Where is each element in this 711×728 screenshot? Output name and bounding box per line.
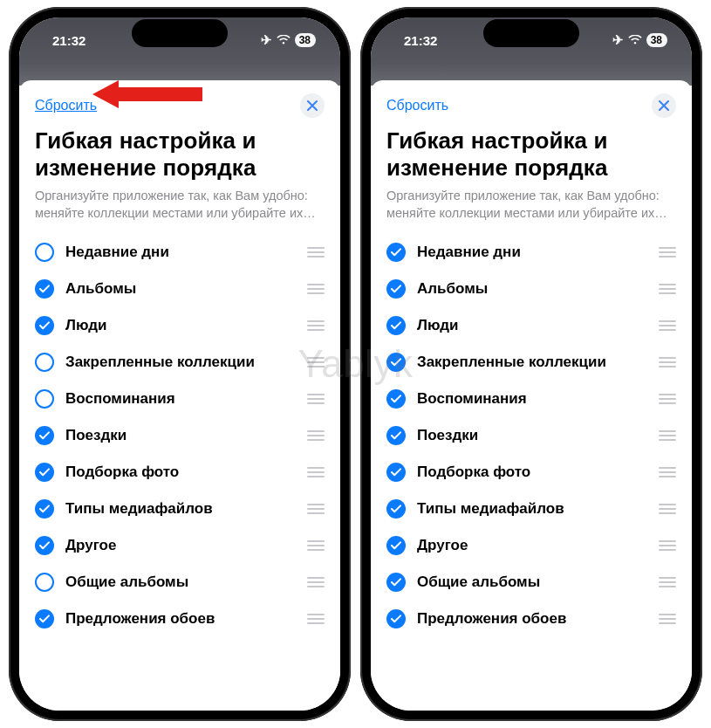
airplane-icon: ✈︎	[612, 32, 624, 48]
drag-handle-icon[interactable]	[659, 504, 676, 514]
battery-indicator: 38	[295, 33, 316, 47]
list-item: Люди	[386, 307, 676, 344]
list-item: Воспоминания	[35, 381, 325, 417]
drag-handle-icon[interactable]	[307, 284, 325, 294]
list-item-label: Предложения обоев	[417, 610, 647, 628]
drag-handle-icon[interactable]	[307, 357, 325, 367]
checkbox[interactable]	[35, 279, 54, 299]
drag-handle-icon[interactable]	[307, 504, 325, 514]
checkbox[interactable]	[35, 609, 54, 628]
checkbox[interactable]	[35, 426, 54, 445]
checkbox[interactable]	[386, 316, 406, 335]
airplane-icon: ✈︎	[261, 32, 272, 48]
list-item: Предложения обоев	[35, 601, 325, 637]
list-item: Воспоминания	[386, 381, 676, 417]
wifi-icon	[277, 33, 291, 48]
drag-handle-icon[interactable]	[307, 540, 325, 551]
checkbox[interactable]	[386, 243, 406, 262]
list-item-label: Поездки	[65, 427, 296, 444]
checkbox[interactable]	[35, 316, 54, 335]
list-item: Предложения обоев	[386, 601, 676, 637]
list-item-label: Закрепленные коллекции	[65, 354, 296, 371]
checkbox[interactable]	[35, 353, 54, 372]
drag-handle-icon[interactable]	[659, 284, 676, 294]
dynamic-island	[483, 19, 579, 47]
drag-handle-icon[interactable]	[307, 394, 325, 404]
status-right: ✈︎ 38	[612, 32, 667, 48]
reset-button[interactable]: Сбросить	[386, 98, 448, 113]
close-icon	[307, 100, 318, 111]
drag-handle-icon[interactable]	[307, 430, 325, 441]
checkbox[interactable]	[386, 389, 406, 409]
checkbox[interactable]	[386, 536, 406, 555]
list-item: Закрепленные коллекции	[35, 344, 325, 381]
list-item-label: Типы медиафайлов	[65, 500, 296, 518]
checkbox[interactable]	[386, 573, 406, 592]
list-item-label: Альбомы	[65, 280, 296, 298]
drag-handle-icon[interactable]	[659, 430, 676, 441]
checkbox[interactable]	[35, 389, 54, 409]
list-item-label: Общие альбомы	[417, 573, 647, 591]
sheet-title: Гибкая настройка и изменение порядка	[386, 127, 676, 181]
drag-handle-icon[interactable]	[659, 577, 676, 587]
checkbox[interactable]	[35, 536, 54, 555]
sheet: Сбросить Гибкая настройка и изменение по…	[19, 80, 340, 711]
checkbox[interactable]	[386, 279, 406, 299]
list-item-label: Люди	[417, 317, 647, 334]
list-item-label: Недавние дни	[65, 244, 296, 261]
drag-handle-icon[interactable]	[659, 467, 676, 477]
sheet: Сбросить Гибкая настройка и изменение по…	[371, 80, 692, 711]
phone-left: 21:32 ✈︎ 38 Сбросить Гибкая настройка и …	[9, 7, 351, 721]
close-button[interactable]	[652, 93, 676, 118]
close-button[interactable]	[300, 93, 325, 118]
drag-handle-icon[interactable]	[307, 467, 325, 477]
drag-handle-icon[interactable]	[307, 614, 325, 624]
list-item: Общие альбомы	[35, 564, 325, 601]
reset-button[interactable]: Сбросить	[35, 98, 97, 113]
list-item-label: Закрепленные коллекции	[417, 354, 647, 371]
drag-handle-icon[interactable]	[659, 357, 676, 367]
sheet-title: Гибкая настройка и изменение порядка	[35, 127, 325, 181]
status-time: 21:32	[52, 33, 85, 48]
sheet-header: Сбросить	[386, 93, 676, 119]
dynamic-island	[132, 19, 228, 47]
drag-handle-icon[interactable]	[659, 540, 676, 551]
list-item-label: Недавние дни	[417, 244, 647, 261]
checkbox[interactable]	[386, 609, 406, 628]
checkbox[interactable]	[35, 573, 54, 592]
drag-handle-icon[interactable]	[659, 320, 676, 331]
drag-handle-icon[interactable]	[659, 614, 676, 624]
list-item: Люди	[35, 307, 325, 344]
checkbox[interactable]	[35, 463, 54, 482]
sheet-subtitle: Организуйте приложение так, как Вам удоб…	[35, 188, 325, 222]
list-item-label: Подборка фото	[65, 464, 296, 481]
drag-handle-icon[interactable]	[307, 320, 325, 331]
list-item-label: Другое	[65, 537, 296, 554]
list-item: Типы медиафайлов	[35, 491, 325, 527]
list-item-label: Люди	[65, 317, 296, 334]
svg-marker-0	[92, 80, 202, 108]
list-item: Недавние дни	[35, 234, 325, 271]
list-item-label: Воспоминания	[417, 390, 647, 408]
checkbox[interactable]	[35, 243, 54, 262]
annotation-arrow	[92, 79, 206, 110]
screen-right: 21:32 ✈︎ 38 Сбросить Гибкая настройка и …	[371, 17, 692, 711]
list-item-label: Типы медиафайлов	[417, 500, 647, 518]
checkbox[interactable]	[386, 426, 406, 445]
list-item: Альбомы	[386, 271, 676, 307]
checkbox[interactable]	[386, 463, 406, 482]
list-item: Другое	[35, 527, 325, 564]
list-item: Поездки	[386, 417, 676, 454]
drag-handle-icon[interactable]	[307, 247, 325, 258]
list-item-label: Другое	[417, 537, 647, 554]
list-item: Подборка фото	[35, 454, 325, 491]
checkbox[interactable]	[386, 499, 406, 519]
checkbox[interactable]	[35, 499, 54, 519]
checkbox[interactable]	[386, 353, 406, 372]
list-item-label: Общие альбомы	[65, 573, 296, 591]
drag-handle-icon[interactable]	[659, 247, 676, 258]
drag-handle-icon[interactable]	[307, 577, 325, 587]
drag-handle-icon[interactable]	[659, 394, 676, 404]
list-item-label: Предложения обоев	[65, 610, 296, 628]
status-right: ✈︎ 38	[261, 32, 316, 48]
